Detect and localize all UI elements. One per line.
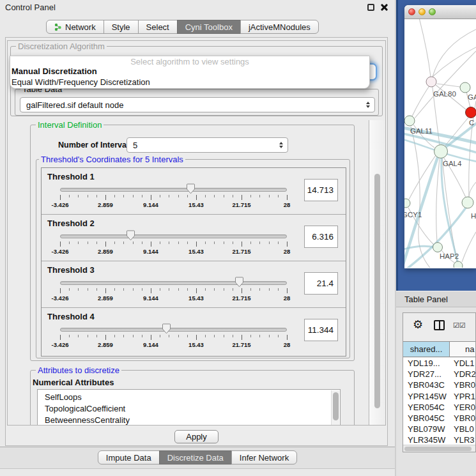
tab-discretize-data[interactable]: Discretize Data xyxy=(159,450,232,464)
menu-item-manual-discretization[interactable]: Manual Discretization xyxy=(10,66,369,77)
tick-mark xyxy=(133,195,134,197)
column-header-shared-name[interactable]: shared... xyxy=(403,342,450,357)
tick-mark xyxy=(214,195,215,197)
tab-network[interactable]: Network xyxy=(46,20,104,34)
table-row[interactable]: YDR27...YDR2 xyxy=(403,369,476,380)
slider-track[interactable] xyxy=(60,328,287,332)
network-node-gcy1[interactable] xyxy=(404,199,410,208)
threshold-value-field[interactable]: 14.713 xyxy=(304,179,338,201)
cell-name: YBL0 xyxy=(450,424,474,434)
tick-mark xyxy=(269,195,270,197)
column-header-name[interactable]: na xyxy=(450,342,476,357)
panel-scrollbar[interactable] xyxy=(369,120,386,426)
tick-label: 21.715 xyxy=(232,341,250,348)
float-window-icon[interactable] xyxy=(367,4,374,11)
attribute-item-selfloops[interactable]: SelfLoops xyxy=(38,392,340,403)
close-icon[interactable] xyxy=(380,3,388,12)
table-hscrollbar-thumb[interactable] xyxy=(404,447,472,451)
slider-handle[interactable] xyxy=(186,183,196,194)
apply-button[interactable]: Apply xyxy=(174,430,219,443)
threshold-label: Threshold 2 xyxy=(47,219,95,228)
tick-mark xyxy=(88,242,88,244)
checkboxes-icon[interactable]: ☑☑ xyxy=(453,321,466,330)
tab-label: Cyni Toolbox xyxy=(185,22,233,32)
slider-handle[interactable] xyxy=(126,230,135,241)
tick-mark xyxy=(242,242,242,247)
network-node-ha[interactable] xyxy=(462,197,473,208)
table-row[interactable]: YPR145WYPR1 xyxy=(403,391,476,402)
cyni-toolbox-panel: Discretization Algorithm Table Data galF… xyxy=(5,37,388,446)
right-region: GAL80GACGAL11GAL4GCY1HAHAP2 Table Panel … xyxy=(396,0,476,476)
tick-mark xyxy=(123,195,124,197)
attribute-item-topologicalcoefficient[interactable]: TopologicalCoefficient xyxy=(38,403,340,415)
tick-mark xyxy=(224,288,224,291)
network-edge xyxy=(418,19,431,77)
slider-handle[interactable] xyxy=(234,277,244,288)
threshold-value-field[interactable]: 11.344 xyxy=(304,319,338,341)
network-node-c[interactable] xyxy=(466,107,476,118)
mac-close-icon[interactable] xyxy=(408,8,415,15)
network-window-titlebar xyxy=(404,5,476,19)
slider-track[interactable] xyxy=(60,234,287,238)
threshold-value-field[interactable]: 21.4 xyxy=(304,272,338,295)
network-node-label: GA xyxy=(468,93,476,101)
tab-infer-network[interactable]: Infer Network xyxy=(231,450,297,464)
network-node-gal4[interactable] xyxy=(434,145,448,158)
slider-tick-labels: -3.4262.8599.14415.4321.71528 xyxy=(60,248,287,255)
table-row[interactable]: YLR345WYLR3 xyxy=(403,434,476,445)
tick-mark xyxy=(259,335,260,337)
table-data-combobox[interactable]: galFiltered.sif default node xyxy=(20,97,375,112)
threshold-label: Threshold 1 xyxy=(47,172,95,181)
cell-shared-name: YBL079W xyxy=(403,424,450,434)
columns-icon[interactable] xyxy=(434,320,445,330)
attribute-item-betweennesscentrality[interactable]: BetweennessCentrality xyxy=(38,415,340,426)
tab-label: Style xyxy=(112,22,130,32)
tick-label: 15.43 xyxy=(188,201,204,208)
slider-tick-labels: -3.4262.8599.14415.4321.71528 xyxy=(60,201,287,208)
panel-scrollbar-thumb[interactable] xyxy=(374,174,380,408)
mac-minimize-icon[interactable] xyxy=(418,8,426,15)
network-node-ga[interactable] xyxy=(460,82,470,93)
slider-handle[interactable] xyxy=(162,323,171,334)
network-node-node-partial[interactable] xyxy=(454,261,463,268)
thresholds-group: Threshold's Coordinates for 5 Intervals … xyxy=(36,159,350,358)
tab-cyni-toolbox[interactable]: Cyni Toolbox xyxy=(177,20,241,34)
tick-mark xyxy=(187,195,188,197)
tick-mark xyxy=(78,242,79,244)
tick-label: 2.859 xyxy=(98,248,113,255)
menu-item-equal-width-frequency-discretization[interactable]: Equal Width/Frequency Discretization xyxy=(10,77,369,88)
network-canvas[interactable]: GAL80GACGAL11GAL4GCY1HAHAP2 xyxy=(404,19,476,268)
network-node-gal11[interactable] xyxy=(404,116,415,126)
tick-mark xyxy=(269,242,270,244)
slider-track[interactable] xyxy=(60,281,287,285)
tick-mark xyxy=(196,335,197,340)
list-scrollbar-thumb[interactable] xyxy=(333,392,339,420)
slider-track[interactable] xyxy=(60,188,287,192)
tick-mark xyxy=(205,195,206,197)
number-of-intervals-combobox[interactable]: 5 xyxy=(127,137,288,153)
mac-zoom-icon[interactable] xyxy=(429,8,436,15)
gear-icon[interactable]: ⚙ xyxy=(413,318,423,331)
table-row[interactable]: YDL19...YDL1 xyxy=(403,358,476,369)
network-node-label: GCY1 xyxy=(404,211,422,219)
list-scrollbar[interactable] xyxy=(331,390,339,426)
network-node-hap2[interactable] xyxy=(433,243,443,252)
table-row[interactable]: YBR043CYBR0 xyxy=(403,380,476,390)
tab-impute-data[interactable]: Impute Data xyxy=(98,450,160,464)
table-row[interactable]: YBR045CYBR0 xyxy=(403,413,476,424)
tick-mark xyxy=(78,335,79,337)
tick-mark xyxy=(278,195,279,197)
tick-label: 21.715 xyxy=(232,295,250,302)
slider-ticks xyxy=(60,335,287,340)
network-node-gal80[interactable] xyxy=(426,77,436,87)
tab-jactivemnodules[interactable]: jActiveMNodules xyxy=(240,20,319,34)
network-graph[interactable]: GAL80GACGAL11GAL4GCY1HAHAP2 xyxy=(404,19,476,268)
tab-style[interactable]: Style xyxy=(104,20,139,34)
table-row[interactable]: YBL079WYBL0 xyxy=(403,424,476,434)
table-hscrollbar[interactable] xyxy=(403,445,475,452)
table-row[interactable]: YER054CYER0 xyxy=(403,402,476,413)
tick-mark xyxy=(88,335,88,337)
tab-select[interactable]: Select xyxy=(138,20,178,34)
tab-label: Select xyxy=(146,22,169,32)
threshold-value-field[interactable]: 6.316 xyxy=(304,226,338,248)
